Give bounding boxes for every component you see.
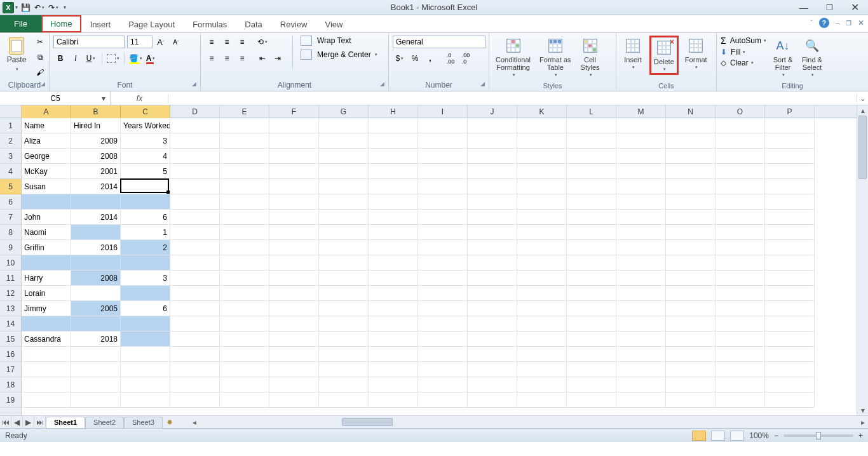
cell-K5[interactable]	[517, 179, 567, 194]
column-header-O[interactable]: O	[715, 105, 765, 118]
cell-G10[interactable]	[319, 255, 369, 271]
sort-filter-button[interactable]: A↓ Sort & Filter▾	[770, 36, 796, 79]
cell-G2[interactable]	[319, 133, 369, 149]
row-header-18[interactable]: 18	[0, 377, 21, 392]
tab-formulas[interactable]: Formulas	[184, 17, 236, 32]
cell-B11[interactable]: 2008	[71, 271, 121, 286]
window-close-doc-icon[interactable]: ✕	[858, 18, 864, 27]
cell-G7[interactable]	[319, 210, 369, 225]
cell-O12[interactable]	[715, 286, 765, 301]
cell-H13[interactable]	[369, 301, 418, 316]
cell-B12[interactable]	[71, 286, 121, 301]
cell-N5[interactable]	[666, 179, 715, 194]
view-normal-button[interactable]	[692, 431, 706, 441]
cell-M19[interactable]	[616, 392, 666, 408]
cell-C12[interactable]	[121, 286, 170, 301]
cell-E13[interactable]	[220, 301, 269, 316]
cell-A18[interactable]	[22, 377, 71, 392]
insert-cells-button[interactable]: Insert▾	[620, 36, 646, 71]
cell-P2[interactable]	[765, 133, 815, 149]
row-header-14[interactable]: 14	[0, 316, 21, 332]
cell-I3[interactable]	[418, 149, 468, 164]
cell-B2[interactable]: 2009	[71, 133, 121, 149]
cell-L7[interactable]	[567, 210, 616, 225]
cell-O10[interactable]	[715, 255, 765, 271]
cell-I6[interactable]	[418, 194, 468, 210]
cell-G16[interactable]	[319, 347, 369, 362]
row-headers[interactable]: 12345678910111213141516171819	[0, 118, 22, 415]
qat-redo-button[interactable]: ↷▾	[47, 1, 60, 14]
cell-P11[interactable]	[765, 271, 815, 286]
cell-O8[interactable]	[715, 225, 765, 240]
cell-J16[interactable]	[468, 347, 517, 362]
cell-K11[interactable]	[517, 271, 567, 286]
cell-K2[interactable]	[517, 133, 567, 149]
cell-C18[interactable]	[121, 377, 170, 392]
cell-G1[interactable]	[319, 118, 369, 133]
cell-F2[interactable]	[269, 133, 319, 149]
cell-D16[interactable]	[170, 347, 220, 362]
cell-H19[interactable]	[369, 392, 418, 408]
cell-N6[interactable]	[666, 194, 715, 210]
row-header-6[interactable]: 6	[0, 194, 21, 210]
cell-I1[interactable]	[418, 118, 468, 133]
cell-E11[interactable]	[220, 271, 269, 286]
row-header-17[interactable]: 17	[0, 362, 21, 377]
number-dialog-launcher[interactable]: ◢	[480, 81, 485, 87]
row-header-12[interactable]: 12	[0, 286, 21, 301]
cell-B10[interactable]	[71, 255, 121, 271]
cell-N13[interactable]	[666, 301, 715, 316]
cell-P15[interactable]	[765, 332, 815, 347]
cell-M5[interactable]	[616, 179, 666, 194]
font-size-combo[interactable]	[127, 36, 153, 48]
cell-D17[interactable]	[170, 362, 220, 377]
cell-I11[interactable]	[418, 271, 468, 286]
align-center-button[interactable]: ≡	[220, 52, 234, 65]
row-header-13[interactable]: 13	[0, 301, 21, 316]
cell-L4[interactable]	[567, 164, 616, 179]
merge-center-button[interactable]: Merge & Center▾	[301, 50, 377, 60]
cell-K8[interactable]	[517, 225, 567, 240]
cell-O3[interactable]	[715, 149, 765, 164]
cell-E5[interactable]	[220, 179, 269, 194]
cell-L12[interactable]	[567, 286, 616, 301]
cell-B8[interactable]	[71, 225, 121, 240]
cell-A2[interactable]: Aliza	[22, 133, 71, 149]
cell-E2[interactable]	[220, 133, 269, 149]
row-header-4[interactable]: 4	[0, 164, 21, 179]
cell-F12[interactable]	[269, 286, 319, 301]
cell-J12[interactable]	[468, 286, 517, 301]
cell-E8[interactable]	[220, 225, 269, 240]
column-headers[interactable]: ABCDEFGHIJKLMNOP	[22, 105, 857, 118]
cell-C1[interactable]: Years Worked	[121, 118, 170, 133]
cut-button[interactable]: ✂	[33, 36, 47, 48]
cell-H2[interactable]	[369, 133, 418, 149]
align-top-button[interactable]: ≡	[205, 36, 219, 48]
cell-I15[interactable]	[418, 332, 468, 347]
column-header-K[interactable]: K	[517, 105, 567, 118]
cell-D9[interactable]	[170, 240, 220, 255]
column-header-D[interactable]: D	[170, 105, 220, 118]
cell-P8[interactable]	[765, 225, 815, 240]
cell-A13[interactable]: Jimmy	[22, 301, 71, 316]
cell-H18[interactable]	[369, 377, 418, 392]
cell-J9[interactable]	[468, 240, 517, 255]
cell-H11[interactable]	[369, 271, 418, 286]
minimize-button[interactable]: —	[799, 3, 808, 13]
cell-I7[interactable]	[418, 210, 468, 225]
cell-F14[interactable]	[269, 316, 319, 332]
column-header-N[interactable]: N	[666, 105, 715, 118]
cell-K9[interactable]	[517, 240, 567, 255]
cell-I17[interactable]	[418, 362, 468, 377]
cell-B17[interactable]	[71, 362, 121, 377]
cell-N14[interactable]	[666, 316, 715, 332]
cell-J4[interactable]	[468, 164, 517, 179]
tab-file[interactable]: File	[0, 15, 41, 32]
zoom-out-button[interactable]: −	[774, 431, 778, 440]
cell-P13[interactable]	[765, 301, 815, 316]
cell-A16[interactable]	[22, 347, 71, 362]
sheet-tab-1[interactable]: Sheet1	[46, 417, 85, 428]
cell-C19[interactable]	[121, 392, 170, 408]
cell-D13[interactable]	[170, 301, 220, 316]
cell-F10[interactable]	[269, 255, 319, 271]
